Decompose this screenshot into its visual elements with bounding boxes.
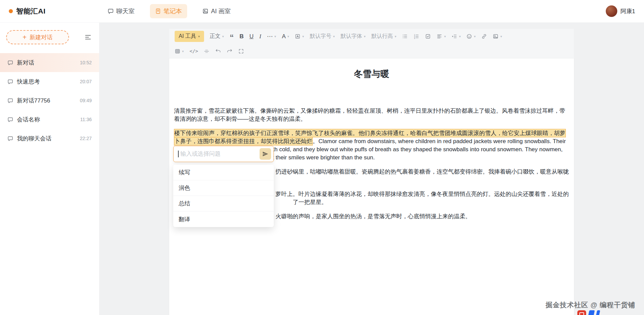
conversation-title: 会话名称 [17,116,76,123]
nav-ai-studio[interactable]: AI 画室 [197,4,236,18]
ai-option-summarize[interactable]: 总结 [173,196,274,211]
ordered-list-icon: 123 [414,33,419,39]
conversation-item[interactable]: 会话名称 11:36 [0,110,99,129]
ai-option-translate[interactable]: 翻译 [173,211,274,227]
watermark: 掘金技术社区 @ 编程干货铺 [546,300,635,310]
ai-input-box[interactable] [173,146,274,162]
highlight-color-icon [295,33,301,39]
code-button[interactable]: </> [190,48,198,54]
conversation-item[interactable]: 快速思考 20:07 [0,72,99,91]
conversation-item[interactable]: 新对话77756 09:49 [0,91,99,110]
line-height-select[interactable]: 默认行高 ▾ [371,33,396,40]
partial-logo [577,310,599,315]
chat-bubble-icon [7,136,13,141]
nav-label: 聊天室 [116,7,135,15]
font-size-select[interactable]: 默认字号 ▾ [310,33,335,40]
chat-bubble-icon [7,117,13,122]
undo-icon [215,48,221,54]
caret-down-icon: ▾ [395,35,396,38]
plus-icon: + [23,34,27,41]
ai-tools-label: AI 工具 [179,33,196,40]
nav-notebook[interactable]: 笔记本 [150,4,187,18]
align-button[interactable]: ▾ [437,33,446,39]
sidebar: + 新建对话 新对话 10:52 快速思考 20:07 新对话77756 09:… [0,23,99,315]
caret-down-icon: ▾ [274,35,276,38]
table-icon [175,48,180,54]
bullet-list-button[interactable] [402,33,408,39]
collapse-sidebar-icon[interactable] [84,33,92,41]
emoji-button[interactable]: ▾ [466,33,475,39]
svg-text:3: 3 [414,37,415,39]
document-title: 冬雪与暖 [174,68,569,80]
blockquote-icon: “ [230,36,234,39]
fullscreen-button[interactable] [238,48,244,54]
top-nav: 聊天室 笔记本 AI 画室 [103,4,236,18]
avatar[interactable] [606,5,617,17]
nav-label: AI 画室 [211,7,231,15]
font-size-label: 默认字号 [310,33,331,40]
ai-assistant-popup: 续写 润色 总结 翻译 [173,146,274,227]
conversation-time: 20:07 [80,79,92,84]
line-height-label: 默认行高 [371,33,393,40]
ai-question-input[interactable] [180,150,260,158]
new-chat-label: 新建对话 [29,33,52,41]
blockquote-button[interactable]: “ [230,33,234,39]
send-button[interactable] [260,148,271,160]
redo-button[interactable] [227,48,232,54]
underline-button[interactable]: U [249,33,253,39]
editor-toolbar: AI 工具 ▾ 正文 ▾ “ B U I ⋯ ▾ A [169,29,574,59]
conversation-title: 快速思考 [17,78,76,86]
font-color-button[interactable]: A ▾ [282,33,289,39]
table-button[interactable]: ▾ [175,48,184,54]
caret-down-icon: ▾ [182,49,184,53]
caret-down-icon: ▾ [198,35,200,38]
caret-down-icon: ▾ [364,35,365,38]
ai-option-polish[interactable]: 润色 [173,180,274,196]
more-formats-button[interactable]: ⋯ ▾ [267,33,276,39]
chat-bubble-icon [7,98,13,104]
font-color-icon: A [282,33,286,39]
ordered-list-button[interactable]: 123 [414,33,419,39]
caret-down-icon: ▾ [444,35,446,38]
editor-area: AI 工具 ▾ 正文 ▾ “ B U I ⋯ ▾ A [99,23,644,315]
conversation-time: 11:36 [80,117,92,122]
ai-options-menu: 续写 润色 总结 翻译 [173,165,274,227]
paragraph-1: 清晨推开窗，雪花正簌簌往下落。像撕碎的云絮，又像揉碎的糖霜，轻轻盖在屋顶、树梢，… [174,107,569,123]
user-name: 阿康1 [621,7,635,15]
font-family-select[interactable]: 默认字体 ▾ [340,33,365,40]
ai-tools-button[interactable]: AI 工具 ▾ [175,31,204,42]
text-cursor [178,151,179,157]
caret-down-icon: ▾ [474,35,475,38]
user-menu[interactable]: 阿康1 [606,5,635,17]
conversation-title: 我的聊天会话 [17,135,76,142]
chat-icon [108,8,114,14]
app-logo-icon [9,9,13,13]
conversation-time: 10:52 [80,60,92,65]
ai-option-continue-writing[interactable]: 续写 [173,165,274,180]
conversation-time: 22:27 [80,136,92,141]
link-button[interactable] [481,33,487,39]
indent-icon [451,33,457,39]
image-button[interactable]: ▾ [493,33,502,39]
caret-down-icon: ▾ [287,35,289,38]
divider-icon [204,48,209,54]
paragraph-style-select[interactable]: 正文 ▾ [210,33,224,40]
new-chat-button[interactable]: + 新建对话 [6,30,69,44]
undo-button[interactable] [215,48,221,54]
indent-button[interactable]: ▾ [451,33,461,39]
bold-button[interactable]: B [240,33,244,39]
caret-down-icon: ▾ [222,35,224,38]
app-header: 智能汇AI 聊天室 笔记本 AI 画室 阿康1 [0,0,644,23]
caret-down-icon: ▾ [459,35,461,38]
fullscreen-icon [238,48,244,54]
font-family-label: 默认字体 [340,33,362,40]
highlight-color-button[interactable]: ▾ [295,33,304,39]
divider-button[interactable] [204,48,209,54]
task-list-button[interactable] [425,33,431,39]
italic-button[interactable]: I [259,33,261,39]
conversation-item[interactable]: 我的聊天会话 22:27 [0,129,99,148]
partial-logo-blue-shape [587,310,595,315]
conversation-item[interactable]: 新对话 10:52 [0,53,99,72]
nav-chat-room[interactable]: 聊天室 [103,4,140,18]
italic-icon: I [259,33,261,39]
